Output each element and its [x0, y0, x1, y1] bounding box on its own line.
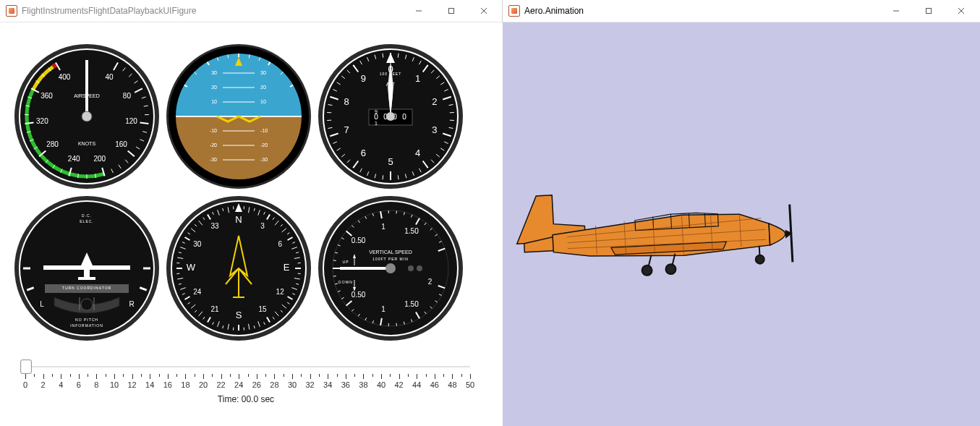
svg-rect-175	[78, 277, 95, 280]
svg-text:160: 160	[115, 140, 127, 148]
svg-rect-60	[166, 116, 311, 189]
altimeter-gauge: 0123456789100 FEETALT900001	[318, 44, 463, 189]
svg-text:0.50: 0.50	[351, 237, 366, 244]
svg-text:1: 1	[381, 305, 385, 313]
svg-text:80: 80	[123, 92, 132, 100]
svg-text:400: 400	[59, 73, 71, 81]
svg-text:4: 4	[415, 148, 420, 158]
svg-text:21: 21	[210, 305, 219, 313]
svg-text:5: 5	[388, 156, 393, 167]
close-button[interactable]	[945, 1, 977, 21]
time-slider[interactable]	[14, 362, 477, 370]
svg-text:TURN COORDINATOR: TURN COORDINATOR	[62, 286, 111, 290]
svg-point-56	[82, 111, 92, 122]
svg-text:33: 33	[210, 222, 219, 230]
svg-text:30: 30	[193, 240, 202, 248]
svg-point-167	[386, 112, 395, 121]
attitude-gauge: 303020201010-10-10-20-20-30-30	[166, 44, 311, 189]
svg-line-307	[333, 260, 336, 261]
heading-gauge: NESW36121521243033	[166, 196, 311, 341]
minimize-button[interactable]	[402, 1, 435, 21]
airspeed-gauge: 4080120160200240280320360400AIRSPEEDKNOT…	[14, 44, 159, 189]
svg-text:UP: UP	[343, 260, 349, 264]
svg-text:D.C.: D.C.	[82, 213, 92, 218]
svg-point-346	[408, 265, 414, 271]
window-title: FlightInstrumentsFlightDataPlaybackUIFig…	[22, 6, 196, 16]
svg-text:0.50: 0.50	[351, 291, 366, 299]
svg-text:E: E	[284, 262, 290, 273]
svg-text:200: 200	[93, 155, 106, 163]
svg-rect-1	[448, 9, 453, 14]
vertical-speed-gauge: 0.500.50111.501.502VERTICAL SPEED100FT P…	[318, 196, 463, 341]
svg-text:-20: -20	[260, 142, 268, 148]
slider-thumb[interactable]	[20, 359, 32, 374]
svg-text:100FT PER MIN: 100FT PER MIN	[372, 257, 409, 261]
svg-text:-30: -30	[210, 157, 217, 162]
svg-text:W: W	[187, 262, 196, 273]
aero-animation-window: Aero.Animation	[503, 0, 980, 426]
svg-text:6: 6	[278, 240, 282, 248]
svg-text:3: 3	[432, 124, 437, 135]
svg-text:40: 40	[105, 73, 114, 81]
svg-point-370	[665, 264, 676, 275]
svg-text:20: 20	[211, 85, 217, 90]
svg-text:3: 3	[260, 222, 265, 230]
svg-text:10: 10	[211, 99, 217, 104]
svg-text:2: 2	[432, 96, 437, 107]
matlab-icon	[6, 5, 17, 17]
svg-text:240: 240	[68, 155, 80, 163]
svg-text:10: 10	[260, 99, 266, 104]
svg-text:1: 1	[381, 223, 385, 231]
svg-text:24: 24	[193, 288, 202, 296]
flight-instruments-window: FlightInstrumentsFlightDataPlaybackUIFig…	[0, 0, 503, 426]
svg-text:-10: -10	[260, 128, 268, 133]
svg-rect-174	[84, 265, 90, 278]
svg-text:1.50: 1.50	[404, 300, 419, 308]
svg-line-298	[380, 211, 381, 214]
svg-text:7: 7	[344, 124, 349, 135]
svg-text:N: N	[235, 214, 242, 225]
close-button[interactable]	[467, 1, 500, 21]
window-title: Aero.Animation	[524, 6, 584, 16]
time-ruler: 0246810121416182022242628303234363840424…	[14, 374, 477, 385]
svg-text:1.50: 1.50	[404, 227, 419, 235]
svg-point-184	[81, 299, 93, 310]
turn-coordinator-gauge: D.C.ELEC.TURN COORDINATORLRNO PITCHINFOR…	[14, 196, 159, 341]
minimize-button[interactable]	[879, 1, 912, 21]
svg-point-368	[642, 265, 652, 276]
time-label: Time: 00.0 sec	[14, 394, 477, 404]
titlebar-right[interactable]: Aero.Animation	[503, 0, 980, 22]
svg-text:6: 6	[361, 148, 366, 158]
animation-viewport[interactable]	[503, 22, 980, 426]
matlab-icon	[508, 5, 520, 17]
svg-text:1: 1	[415, 73, 420, 84]
svg-text:280: 280	[46, 140, 59, 148]
svg-text:NO PITCH: NO PITCH	[75, 318, 98, 322]
svg-text:120: 120	[125, 117, 137, 125]
svg-text:30: 30	[260, 70, 266, 75]
svg-rect-348	[926, 9, 931, 14]
svg-line-14	[140, 123, 148, 124]
svg-text:L: L	[40, 300, 44, 308]
svg-text:-20: -20	[210, 142, 217, 148]
svg-text:8: 8	[344, 96, 349, 107]
svg-text:-10: -10	[210, 128, 217, 133]
svg-line-318	[380, 323, 381, 325]
svg-line-34	[25, 123, 34, 124]
svg-point-345	[417, 265, 422, 271]
svg-text:0: 0	[374, 113, 378, 121]
maximize-button[interactable]	[912, 1, 945, 21]
svg-text:-30: -30	[260, 157, 268, 162]
svg-text:1: 1	[375, 121, 378, 126]
svg-text:15: 15	[258, 305, 267, 313]
svg-text:9: 9	[361, 73, 366, 84]
svg-text:ELEC.: ELEC.	[80, 219, 93, 223]
svg-point-344	[385, 263, 396, 273]
svg-text:S: S	[236, 310, 242, 320]
svg-text:0: 0	[402, 113, 406, 121]
svg-text:INFORMATION: INFORMATION	[70, 323, 103, 328]
maximize-button[interactable]	[435, 1, 467, 21]
svg-text:KNOTS: KNOTS	[78, 141, 95, 146]
titlebar-left[interactable]: FlightInstrumentsFlightDataPlaybackUIFig…	[0, 0, 503, 22]
svg-text:12: 12	[276, 288, 285, 296]
